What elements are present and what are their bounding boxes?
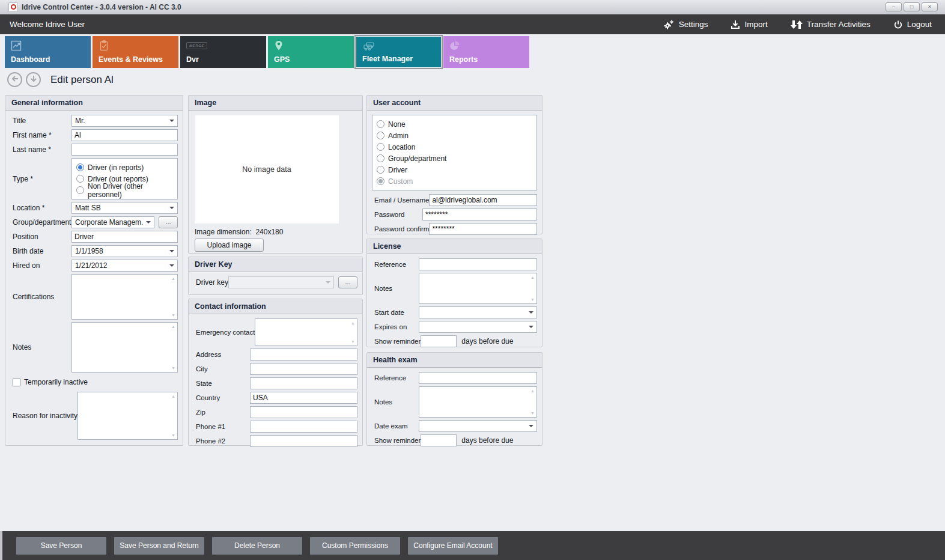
emergency-contact-textarea[interactable]: ▲▼ [255,318,357,346]
license-reference-field[interactable] [419,258,537,270]
role-option[interactable]: Location [377,141,532,153]
password-field[interactable] [422,208,537,221]
panel-title: Image [189,96,362,111]
role-option[interactable]: Admin [377,130,532,141]
type-option[interactable]: Non Driver (other personnel) [76,184,173,196]
first-name-field[interactable] [71,129,178,141]
maximize-button[interactable]: □ [904,2,920,11]
role-option[interactable]: Custom [377,175,532,187]
person-image-placeholder: No image data [195,115,339,224]
license-expires-select[interactable] [419,321,537,333]
phone2-field[interactable] [250,435,357,447]
state-field[interactable] [250,377,357,389]
back-button[interactable] [7,72,22,87]
tab-gps[interactable]: GPS [268,36,354,68]
tab-dvr[interactable]: MERGE Dvr [180,36,266,68]
date-exam-select[interactable] [419,420,537,432]
image-dimension: Image dimension: 240x180 [195,228,357,236]
role-radio-group: None Admin Location Group/department Dri… [372,115,537,190]
radio-icon[interactable] [377,166,384,174]
license-reminder-field[interactable] [421,335,457,347]
transfer-activities-button[interactable]: Transfer Activities [791,19,871,30]
birth-date-label: Birth date [10,247,71,255]
configure-email-account-button[interactable]: Configure Email Account [408,537,498,555]
last-name-field[interactable] [71,144,178,156]
temporarily-inactive-checkbox[interactable] [13,379,20,386]
birth-date-select[interactable]: 1/1/1958 [71,245,178,257]
license-notes-label: Notes [372,285,419,292]
date-exam-label: Date exam [372,422,419,430]
chevron-down-icon [529,326,533,328]
logout-button[interactable]: Logout [893,20,932,29]
upload-image-button[interactable]: Upload image [195,239,264,252]
radio-icon[interactable] [377,120,384,128]
notes-textarea[interactable]: ▲▼ [71,322,178,373]
image-panel: Image No image data Image dimension: 240… [188,95,363,254]
settings-button[interactable]: Settings [663,19,708,30]
save-person-button[interactable]: Save Person [16,537,106,555]
clipboard-check-icon [99,40,109,53]
address-label: Address [193,351,250,358]
zip-field[interactable] [250,406,357,418]
email-username-label: Email / Username [372,196,429,204]
title-select[interactable]: Mr. [71,115,178,127]
role-option[interactable]: Driver [377,164,532,175]
radio-icon[interactable] [76,175,84,183]
health-reminder-field[interactable] [421,434,457,446]
scroll-down-button[interactable] [26,72,41,87]
tab-events-reviews[interactable]: Events & Reviews [93,36,178,68]
position-field[interactable] [71,231,178,243]
location-select[interactable]: Matt SB [71,202,178,214]
chevron-down-icon [529,425,533,427]
radio-icon[interactable] [377,177,384,185]
radio-icon[interactable] [377,132,384,139]
city-field[interactable] [250,363,357,375]
custom-permissions-button[interactable]: Custom Permissions [310,537,400,555]
tab-fleet-manager[interactable]: Fleet Manager [356,36,442,68]
email-username-field[interactable] [429,194,537,206]
type-option[interactable]: Driver (in reports) [76,162,173,173]
import-button[interactable]: Import [731,20,767,29]
health-reference-field[interactable] [419,372,537,384]
phone1-field[interactable] [250,421,357,433]
group-department-more-button[interactable]: ... [159,216,178,228]
panel-title: Contact information [189,299,362,314]
license-notes-textarea[interactable]: ▲▼ [419,273,537,304]
download-icon [731,20,740,29]
certifications-textarea[interactable]: ▲▼ [71,274,178,320]
scroll-down-icon: ▼ [530,411,535,415]
country-field[interactable] [250,392,357,404]
radio-icon[interactable] [76,186,84,194]
license-start-date-select[interactable] [419,306,537,318]
panel-title: General information [5,96,183,111]
scroll-up-icon: ▲ [171,394,175,398]
driver-key-more-button[interactable]: ... [338,276,357,288]
minimize-button[interactable]: – [886,2,902,11]
page-header: Edit person Al [7,72,114,87]
scroll-down-icon: ▼ [171,313,175,317]
radio-icon[interactable] [377,154,384,162]
password-confirm-field[interactable] [429,223,537,235]
emergency-contact-label: Emergency contact [193,329,255,336]
tab-dashboard[interactable]: Dashboard [5,36,91,68]
driver-key-select[interactable] [228,276,334,288]
role-option[interactable]: None [377,118,532,130]
hired-on-select[interactable]: 1/21/2012 [71,260,178,272]
group-department-select[interactable]: Corporate Managem... [71,216,154,228]
close-button[interactable]: × [922,2,938,11]
reason-inactivity-textarea[interactable]: ▲▼ [77,392,178,440]
health-notes-textarea[interactable]: ▲▼ [419,386,537,418]
address-field[interactable] [250,348,357,361]
save-person-return-button[interactable]: Save Person and Return [114,537,204,555]
window-title: Idrive Control Center - 3.0.4 version - … [22,3,181,11]
radio-icon[interactable] [76,163,84,171]
page-title: Edit person Al [50,74,114,86]
chart-line-icon [11,40,22,53]
tab-reports[interactable]: Reports [443,36,529,68]
license-reference-label: Reference [372,261,419,268]
radio-icon[interactable] [377,143,384,151]
user-account-panel: User account None Admin Location Group/d… [366,95,542,234]
vehicles-icon [362,41,375,53]
role-option[interactable]: Group/department [377,153,532,164]
delete-person-button[interactable]: Delete Person [212,537,302,555]
